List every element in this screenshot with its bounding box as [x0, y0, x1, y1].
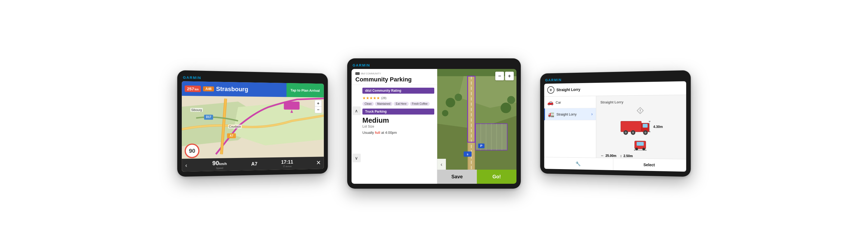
- screen-left: 257 km A46 Strasbourg Tap to Plan Arriva…: [182, 81, 323, 172]
- parking-screen: dēzl COMMUNITY Community Parking ∧ ∨: [351, 69, 517, 184]
- road-label: A7: [251, 161, 257, 167]
- truck-diagram: 4.30m: [600, 117, 682, 136]
- map-footer: ‹ 90km/h Speed A7 17:11 ⏱ Arrival: [182, 157, 323, 172]
- speed-display: 90km/h Speed: [212, 160, 227, 169]
- parking-content: dēzl Community Rating ★★★★★ (28) Clean M…: [361, 85, 437, 184]
- screen-center: dēzl COMMUNITY Community Parking ∧ ∨: [351, 69, 517, 184]
- vehicle-screen: + Straight Lorry 🚗 Car 🚛 Straight Lorry: [544, 81, 686, 172]
- go-button[interactable]: Go!: [477, 169, 517, 184]
- destination-text: Strasbourg: [216, 86, 248, 93]
- map-screen: 257 km A46 Strasbourg Tap to Plan Arriva…: [182, 81, 323, 172]
- svg-point-27: [455, 94, 462, 101]
- svg-rect-36: [621, 121, 641, 132]
- town-label-coudoux: Coudoux: [228, 125, 242, 128]
- time-label: ⏱ Arrival: [283, 165, 291, 167]
- dezl-icon: [355, 72, 360, 75]
- svg-rect-49: [637, 142, 644, 146]
- screen-right: + Straight Lorry 🚗 Car 🚛 Straight Lorry: [544, 81, 686, 172]
- parking-info-panel: dēzl COMMUNITY Community Parking ∧ ∨: [351, 69, 437, 184]
- zoom-out-button[interactable]: −: [315, 107, 321, 113]
- usually-full-prefix: Usually: [362, 130, 375, 135]
- speed-limit-value: 90: [189, 148, 195, 154]
- vehicle-item-lorry[interactable]: 🚛 Straight Lorry ›: [544, 108, 596, 120]
- usually-full-suffix: at 4:00pm: [380, 130, 397, 135]
- svg-point-35: [640, 112, 641, 113]
- speed-label: Speed: [216, 167, 223, 169]
- aerial-map: P 5 −: [437, 69, 517, 184]
- lorry-label: Straight Lorry: [556, 112, 577, 116]
- device-right: GARMIN + Straight Lorry 🚗 Car: [540, 70, 691, 177]
- lot-size-value: Medium: [362, 116, 434, 125]
- vehicle-detail-panel: Straight Lorry: [596, 95, 686, 159]
- vehicle-list: 🚗 Car 🚛 Straight Lorry ›: [544, 96, 596, 158]
- lorry-arrow-icon: ›: [591, 112, 593, 117]
- scroll-up-button[interactable]: ∧: [352, 106, 361, 115]
- svg-point-30: [507, 96, 515, 104]
- time-value: 17:11: [281, 159, 293, 165]
- usually-full-bold: full: [375, 130, 380, 135]
- wrench-button[interactable]: 🔧: [544, 157, 613, 170]
- map-header: 257 km A46 Strasbourg Tap to Plan Arriva…: [182, 81, 323, 97]
- svg-marker-54: [646, 150, 647, 151]
- length-icon: ↔: [600, 153, 604, 157]
- dezl-tag-label: dēzl COMMUNITY: [361, 72, 381, 75]
- zoom-controls: + −: [315, 100, 322, 113]
- car-label: Car: [556, 100, 561, 104]
- svg-point-26: [446, 98, 455, 107]
- scroll-arrows: ∧ ∨: [351, 85, 361, 184]
- dezl-tag: dēzl COMMUNITY: [355, 72, 433, 75]
- device-center: GARMIN dēzl COMMUNITY Community Parking: [347, 58, 521, 189]
- usually-full-text: Usually full at 4:00pm: [362, 130, 434, 135]
- parking-left-inner: ∧ ∨ dēzl Community Rating ★★★★★ (28): [351, 85, 437, 184]
- aerial-zoom-out-button[interactable]: −: [495, 72, 504, 80]
- height-value: 4.30m: [653, 125, 663, 129]
- tag-fresh-coffee: Fresh Coffee: [410, 102, 430, 106]
- brand-right: GARMIN: [544, 75, 686, 82]
- vehicle-item-car[interactable]: 🚗 Car: [544, 96, 596, 109]
- wrench-icon: 🔧: [575, 161, 581, 166]
- back-icon[interactable]: ‹: [185, 162, 187, 168]
- devices-container: GARMIN 257 km A46 Strasbourg Tap to Plan…: [168, 48, 700, 199]
- tags-row: Clean Maintained Eat Here Fresh Coffee: [362, 102, 434, 106]
- town-label-sibourg: Sibourg: [190, 108, 203, 112]
- speed-value: 90km/h: [212, 160, 227, 167]
- add-vehicle-button[interactable]: +: [547, 86, 554, 94]
- svg-text:5: 5: [467, 153, 468, 156]
- scroll-down-button[interactable]: ∨: [352, 154, 361, 162]
- select-label: Select: [643, 162, 655, 167]
- width-icon: ↕: [620, 154, 622, 158]
- svg-marker-53: [634, 150, 635, 151]
- length-value: 25.00m: [606, 154, 616, 158]
- parking-section-header: Truck Parking: [362, 109, 434, 115]
- car-icon: 🚗: [547, 99, 554, 105]
- aerial-zoom-in-button[interactable]: +: [505, 72, 514, 80]
- svg-text:P: P: [480, 144, 483, 147]
- tap-arrival-button[interactable]: Tap to Plan Arrival: [286, 83, 324, 97]
- back-area: ‹: [437, 159, 446, 169]
- height-dimension: 4.30m: [653, 125, 663, 129]
- parking-header: dēzl COMMUNITY Community Parking: [351, 69, 437, 85]
- length-row: ↔ 25.00m ↕ 2.50m: [600, 153, 632, 158]
- select-button[interactable]: Select: [613, 158, 686, 172]
- rating-section-header: dēzl Community Rating: [362, 88, 434, 94]
- svg-point-29: [501, 102, 511, 113]
- vehicle-content: 🚗 Car 🚛 Straight Lorry › Straight Lorry: [544, 95, 686, 159]
- truck-front-svg: [633, 140, 647, 151]
- distance-badge: 257 km: [185, 85, 201, 92]
- aerial-zoom-controls: − +: [495, 72, 514, 80]
- warning-diamond-icon: [636, 106, 645, 115]
- save-button[interactable]: Save: [437, 169, 477, 184]
- back-button[interactable]: ‹: [438, 160, 444, 168]
- svg-point-44: [645, 131, 647, 133]
- tag-maintained: Maintained: [375, 102, 393, 106]
- svg-point-28: [442, 110, 448, 116]
- zoom-in-button[interactable]: +: [315, 100, 321, 107]
- svg-rect-38: [643, 124, 648, 128]
- rating-stars-row: ★★★★★ (28): [362, 96, 434, 100]
- close-button[interactable]: ✕: [316, 159, 321, 166]
- distance-unit: km: [195, 88, 199, 91]
- tag-clean: Clean: [362, 102, 374, 106]
- review-count: (28): [381, 96, 386, 100]
- parking-action-row: Save Go!: [437, 169, 517, 184]
- vehicle-header: + Straight Lorry: [544, 81, 686, 97]
